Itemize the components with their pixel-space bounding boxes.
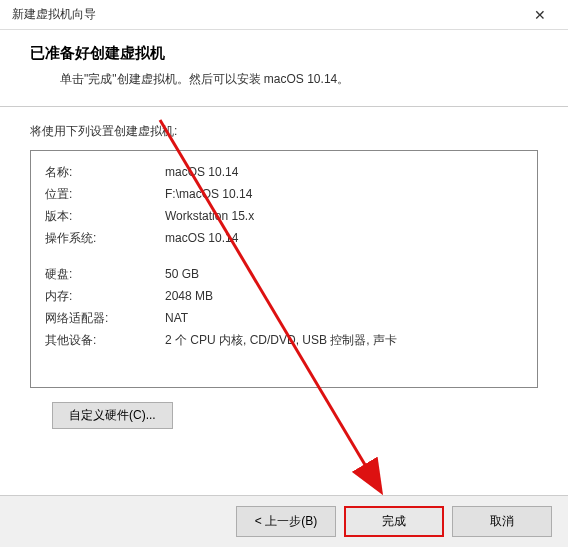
summary-row-memory: 内存: 2048 MB — [45, 285, 523, 307]
window-title: 新建虚拟机向导 — [12, 6, 96, 23]
value-other: 2 个 CPU 内核, CD/DVD, USB 控制器, 声卡 — [165, 329, 523, 351]
summary-row-network: 网络适配器: NAT — [45, 307, 523, 329]
wizard-header: 已准备好创建虚拟机 单击"完成"创建虚拟机。然后可以安装 macOS 10.14… — [0, 30, 568, 106]
summary-row-other: 其他设备: 2 个 CPU 内核, CD/DVD, USB 控制器, 声卡 — [45, 329, 523, 351]
settings-summary-box: 名称: macOS 10.14 位置: F:\macOS 10.14 版本: W… — [30, 150, 538, 388]
summary-row-disk: 硬盘: 50 GB — [45, 263, 523, 285]
value-name: macOS 10.14 — [165, 161, 523, 183]
customize-hardware-button[interactable]: 自定义硬件(C)... — [52, 402, 173, 429]
cancel-button[interactable]: 取消 — [452, 506, 552, 537]
back-button[interactable]: < 上一步(B) — [236, 506, 336, 537]
customize-row: 自定义硬件(C)... — [0, 388, 568, 429]
finish-button[interactable]: 完成 — [344, 506, 444, 537]
value-os: macOS 10.14 — [165, 227, 523, 249]
summary-row-name: 名称: macOS 10.14 — [45, 161, 523, 183]
close-button[interactable]: ✕ — [520, 1, 560, 29]
summary-row-os: 操作系统: macOS 10.14 — [45, 227, 523, 249]
label-location: 位置: — [45, 183, 165, 205]
label-network: 网络适配器: — [45, 307, 165, 329]
label-name: 名称: — [45, 161, 165, 183]
label-disk: 硬盘: — [45, 263, 165, 285]
label-memory: 内存: — [45, 285, 165, 307]
label-other: 其他设备: — [45, 329, 165, 351]
value-network: NAT — [165, 307, 523, 329]
settings-intro: 将使用下列设置创建虚拟机: — [0, 107, 568, 150]
label-os: 操作系统: — [45, 227, 165, 249]
value-disk: 50 GB — [165, 263, 523, 285]
close-icon: ✕ — [534, 7, 546, 23]
summary-row-location: 位置: F:\macOS 10.14 — [45, 183, 523, 205]
value-location: F:\macOS 10.14 — [165, 183, 523, 205]
value-memory: 2048 MB — [165, 285, 523, 307]
titlebar: 新建虚拟机向导 ✕ — [0, 0, 568, 30]
label-version: 版本: — [45, 205, 165, 227]
wizard-footer: < 上一步(B) 完成 取消 — [0, 495, 568, 547]
summary-row-version: 版本: Workstation 15.x — [45, 205, 523, 227]
page-subtitle: 单击"完成"创建虚拟机。然后可以安装 macOS 10.14。 — [30, 71, 538, 88]
value-version: Workstation 15.x — [165, 205, 523, 227]
page-title: 已准备好创建虚拟机 — [30, 44, 538, 63]
